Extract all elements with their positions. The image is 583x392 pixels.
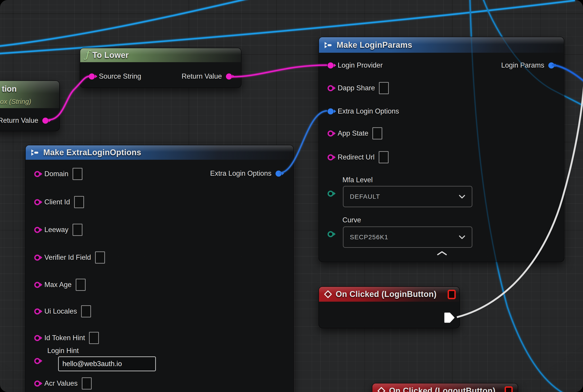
max-age-checkbox[interactable]	[76, 279, 86, 291]
node-on-clicked-logout-button[interactable]: On Clicked (LogoutButton)	[372, 383, 518, 392]
collapse-chevron-icon[interactable]	[437, 251, 447, 256]
client-id-checkbox[interactable]	[74, 196, 84, 208]
verifier-id-field-label: Verifier Id Field	[44, 254, 91, 262]
node-to-lower-header[interactable]: ƒ To Lower	[80, 48, 241, 62]
mfa-level-value: DEFAULT	[350, 193, 380, 200]
leeway-label: Leeway	[44, 226, 68, 234]
dapp-share-row: Dapp Share	[328, 81, 389, 95]
event-diamond-icon	[324, 290, 332, 298]
return-value-label: Return Value	[0, 116, 38, 124]
make-struct-icon	[31, 149, 40, 156]
node-make-extra-header[interactable]: Make ExtraLoginOptions	[26, 145, 293, 160]
node-make-extra-login-options[interactable]: Make ExtraLoginOptions Extra Login Optio…	[25, 145, 294, 392]
node-string-source[interactable]: tion ox (String) Return Value	[0, 80, 60, 131]
extra-login-options-output-row: Extra Login Options	[210, 166, 282, 181]
id-token-hint-row: Id Token Hint	[34, 331, 99, 345]
domain-pin[interactable]	[34, 171, 40, 177]
login-provider-pin[interactable]	[328, 62, 334, 68]
login-hint-pin[interactable]	[34, 358, 40, 364]
dapp-share-label: Dapp Share	[338, 84, 375, 92]
client-id-label: Client Id	[44, 198, 70, 206]
id-token-hint-pin[interactable]	[34, 335, 40, 341]
login-hint-input[interactable]: hello@web3auth.io	[58, 356, 156, 371]
node-to-lower-title: To Lower	[92, 50, 129, 60]
app-state-row: App State	[328, 126, 382, 140]
leeway-row: Leeway	[34, 222, 82, 237]
acr-values-row: Acr Values	[34, 376, 92, 391]
chevron-down-icon	[459, 235, 466, 239]
verifier-id-field-row: Verifier Id Field	[34, 250, 105, 265]
return-value-pin[interactable]	[42, 118, 48, 124]
extra-login-options-input-pin[interactable]	[328, 108, 334, 114]
client-id-pin[interactable]	[34, 199, 40, 205]
max-age-row: Max Age	[34, 278, 86, 292]
make-struct-icon	[324, 42, 333, 49]
exec-output-pin[interactable]	[444, 312, 455, 323]
to-lower-return-pin[interactable]	[226, 74, 232, 80]
blueprint-editor: tion ox (String) Return Value ƒ To Lower…	[0, 0, 583, 392]
ui-locales-label: Ui Locales	[44, 307, 77, 316]
curve-dropdown[interactable]: SECP256K1	[343, 226, 472, 248]
node-to-lower[interactable]: ƒ To Lower Source String Return Value	[80, 48, 242, 88]
curve-pin[interactable]	[328, 231, 334, 237]
verifier-id-field-checkbox[interactable]	[95, 252, 105, 264]
function-icon: ƒ	[85, 50, 89, 60]
domain-row: Domain	[34, 167, 82, 181]
leeway-pin[interactable]	[34, 227, 40, 233]
redirect-url-checkbox[interactable]	[379, 151, 388, 163]
curve-label: Curve	[342, 216, 361, 224]
acr-values-checkbox[interactable]	[82, 377, 92, 390]
app-state-checkbox[interactable]	[372, 127, 382, 140]
max-age-pin[interactable]	[34, 282, 40, 288]
mfa-level-pin-row	[328, 186, 334, 201]
node-on-clicked-logout-header[interactable]: On Clicked (LogoutButton)	[372, 384, 518, 392]
node-on-clicked-login-header[interactable]: On Clicked (LoginButton)	[319, 287, 459, 302]
acr-values-label: Acr Values	[44, 380, 78, 388]
mfa-level-dropdown[interactable]: DEFAULT	[343, 186, 472, 207]
event-diamond-icon	[377, 387, 386, 392]
node-string-source-subtitle: ox (String)	[0, 98, 31, 106]
domain-checkbox[interactable]	[72, 168, 82, 180]
domain-label: Domain	[44, 170, 68, 178]
acr-values-pin[interactable]	[34, 380, 40, 386]
app-state-label: App State	[338, 129, 368, 138]
to-lower-return-row: Return Value	[182, 69, 232, 84]
redirect-url-label: Redirect Url	[338, 153, 374, 161]
ui-locales-pin[interactable]	[34, 308, 40, 314]
wire-cyan-top-left[interactable]	[0, 0, 248, 46]
node-make-login-params-header[interactable]: Make LoginParams	[319, 37, 564, 53]
node-on-clicked-logout-title: On Clicked (LogoutButton)	[389, 386, 495, 392]
id-token-hint-checkbox[interactable]	[89, 332, 99, 344]
mfa-level-pin[interactable]	[328, 190, 334, 197]
redirect-url-row: Redirect Url	[328, 150, 388, 164]
wire-pink-tolower-to-provider[interactable]	[232, 65, 327, 77]
event-reference-badge	[504, 386, 513, 392]
verifier-id-field-pin[interactable]	[34, 254, 40, 261]
redirect-url-pin[interactable]	[328, 154, 334, 160]
mfa-level-label: Mfa Level	[342, 176, 372, 184]
curve-pin-row	[328, 227, 334, 241]
node-make-extra-title: Make ExtraLoginOptions	[43, 148, 141, 157]
ui-locales-checkbox[interactable]	[81, 305, 91, 318]
dapp-share-pin[interactable]	[328, 85, 334, 91]
chevron-down-icon	[459, 195, 466, 199]
login-provider-label: Login Provider	[338, 61, 383, 70]
login-provider-row: Login Provider	[328, 58, 383, 72]
dapp-share-checkbox[interactable]	[379, 82, 389, 94]
node-on-clicked-login-title: On Clicked (LoginButton)	[336, 290, 436, 299]
node-on-clicked-login-button[interactable]: On Clicked (LoginButton)	[318, 286, 460, 328]
login-hint-pin-row	[34, 354, 40, 368]
to-lower-return-label: Return Value	[182, 72, 222, 80]
source-string-row: Source String	[89, 69, 141, 84]
login-hint-label: Login Hint	[47, 347, 79, 355]
leeway-checkbox[interactable]	[72, 224, 82, 236]
extra-login-options-input-label: Extra Login Options	[338, 107, 399, 115]
node-make-login-params-title: Make LoginParams	[336, 40, 412, 50]
max-age-label: Max Age	[44, 281, 72, 289]
client-id-row: Client Id	[34, 195, 84, 209]
extra-login-options-output-label: Extra Login Options	[210, 170, 272, 178]
event-reference-badge	[448, 290, 456, 299]
graph-canvas[interactable]: tion ox (String) Return Value ƒ To Lower…	[0, 0, 583, 392]
extra-login-options-input-row: Extra Login Options	[328, 104, 399, 118]
app-state-pin[interactable]	[328, 130, 334, 136]
